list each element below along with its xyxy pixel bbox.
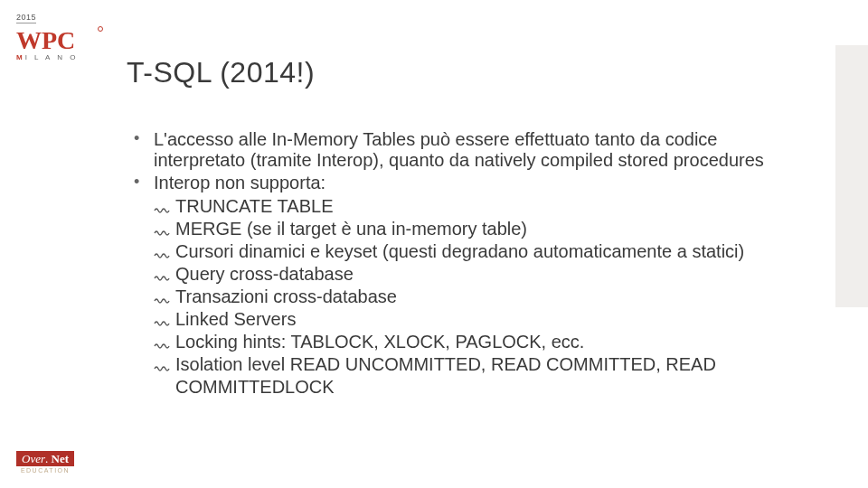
wave-icon	[154, 333, 170, 348]
logo-subtitle: MI L A N O	[16, 53, 98, 61]
wave-icon	[154, 356, 170, 371]
slide-title: T-SQL (2014!)	[127, 56, 814, 89]
footer-brand: Over. Net	[16, 451, 74, 466]
bullet-item-2-label: Interop non supporta:	[154, 173, 326, 192]
sub-item-5: Transazioni cross-database	[154, 286, 814, 308]
wave-icon	[154, 243, 170, 258]
logo-year: 2015	[16, 13, 36, 23]
logo-sub-accent: M	[16, 53, 25, 61]
wave-icon	[154, 288, 170, 303]
footer-brand-bold: Net	[52, 452, 70, 465]
footer-logo: Over. Net EDUCATION	[16, 450, 74, 474]
sub-item-3-label: Cursori dinamici e keyset (questi degrad…	[175, 241, 744, 261]
sub-item-2: MERGE (se il target è una in-memory tabl…	[154, 218, 814, 240]
sub-item-7-label: Locking hints: TABLOCK, XLOCK, PAGLOCK, …	[175, 332, 584, 352]
sub-item-6-label: Linked Servers	[175, 309, 296, 329]
bullet-list: L'accesso alle In-Memory Tables può esse…	[127, 129, 814, 399]
sub-item-8-label: Isolation level READ UNCOMMITTED, READ C…	[175, 354, 716, 397]
bullet-item-2: Interop non supporta: TRUNCATE TABLE MER…	[127, 173, 814, 399]
footer-brand-thin: Over	[22, 452, 45, 465]
logo-brand: WPC	[16, 29, 98, 52]
header-logo: 2015 WPC MI L A N O	[16, 7, 98, 61]
sub-item-6: Linked Servers	[154, 308, 814, 331]
wave-icon	[154, 266, 170, 280]
sub-item-8: Isolation level READ UNCOMMITTED, READ C…	[154, 353, 814, 399]
sub-item-3: Cursori dinamici e keyset (questi degrad…	[154, 240, 814, 263]
footer-brand-dot: .	[45, 452, 48, 465]
sub-item-2-label: MERGE (se il target è una in-memory tabl…	[175, 219, 527, 239]
sub-item-4-label: Query cross-database	[175, 264, 354, 284]
sub-item-5-label: Transazioni cross-database	[175, 286, 397, 306]
wave-icon	[154, 311, 170, 325]
sub-item-1: TRUNCATE TABLE	[154, 195, 814, 218]
sub-item-7: Locking hints: TABLOCK, XLOCK, PAGLOCK, …	[154, 331, 814, 353]
logo-sub-rest: I L A N O	[25, 53, 79, 61]
decorative-strip	[835, 45, 868, 307]
slide-content: T-SQL (2014!) L'accesso alle In-Memory T…	[127, 56, 814, 400]
wave-icon	[154, 198, 170, 212]
wave-icon	[154, 221, 170, 235]
sub-item-1-label: TRUNCATE TABLE	[175, 196, 333, 216]
sub-list: TRUNCATE TABLE MERGE (se il target è una…	[154, 195, 814, 399]
footer-subtitle: EDUCATION	[16, 467, 74, 474]
sub-item-4: Query cross-database	[154, 263, 814, 286]
bullet-item-1: L'accesso alle In-Memory Tables può esse…	[127, 129, 814, 171]
